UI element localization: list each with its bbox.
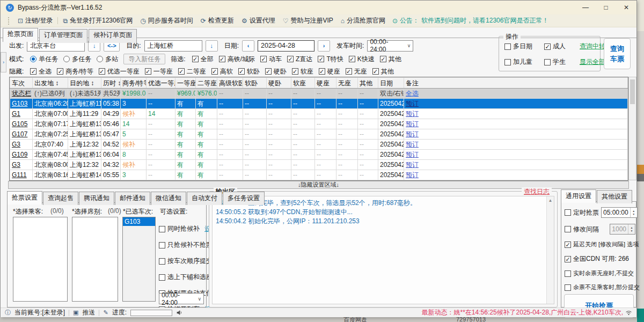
- collapse-panel-button[interactable]: ›: [1, 52, 6, 72]
- checkbox-box[interactable]: ✓: [380, 56, 386, 62]
- checkbox-item[interactable]: 多日期: [504, 42, 544, 51]
- train-number-link[interactable]: G105: [12, 120, 27, 128]
- checkbox-box[interactable]: ✓: [211, 68, 218, 75]
- scrollbar-thumb[interactable]: [630, 79, 635, 104]
- radio-item[interactable]: 多任务: [63, 55, 91, 64]
- toolbar-item[interactable]: ◷同步服务器时间: [136, 16, 196, 25]
- tab-page[interactable]: 其他设置: [597, 190, 632, 203]
- checkbox-box[interactable]: [159, 258, 165, 265]
- checkbox-box[interactable]: ✓: [319, 68, 325, 75]
- checkbox-box[interactable]: ✓: [565, 256, 571, 262]
- spinner-input[interactable]: 05:00:00▲▼: [601, 207, 638, 218]
- selected-train-item[interactable]: G103: [123, 217, 155, 226]
- hide-checkbox[interactable]: ✓全选: [30, 67, 52, 76]
- column-header[interactable]: 其他: [358, 78, 378, 89]
- radio-button[interactable]: [63, 56, 70, 62]
- checkbox-item[interactable]: ✓成人: [544, 42, 580, 51]
- column-header[interactable]: 出发地 ↕: [33, 78, 68, 89]
- tab-active[interactable]: 通用设置: [561, 189, 596, 203]
- hide-checkbox[interactable]: ✓无座: [346, 67, 367, 76]
- output-log[interactable]: 14:51:04.5 查询完毕，查到52个车次，筛选显示52个，用时:687毫秒…: [212, 196, 554, 304]
- toolbar-item[interactable]: ⚙设置代理: [238, 16, 279, 25]
- hide-checkbox[interactable]: ✓一等座: [145, 67, 173, 76]
- search-tickets-button[interactable]: 查询车票: [604, 38, 631, 69]
- table-row[interactable]: G103北京南06:20上海虹桥11:5805:383--有有---------…: [10, 99, 628, 109]
- checkbox-box[interactable]: [504, 59, 511, 65]
- hide-checkbox[interactable]: ✓软座: [292, 67, 313, 76]
- column-header[interactable]: 软卧: [243, 78, 267, 89]
- checkbox-box[interactable]: ✓: [287, 56, 294, 62]
- checkbox-box[interactable]: ✓: [349, 56, 355, 62]
- seat-listbox[interactable]: [72, 217, 118, 302]
- output-scrollbar[interactable]: ▲: [546, 196, 554, 304]
- column-header[interactable]: 备注: [404, 78, 628, 89]
- checkbox-box[interactable]: [565, 270, 571, 277]
- select-all-link[interactable]: 全选: [406, 90, 419, 97]
- radio-item[interactable]: 多站: [97, 55, 118, 64]
- speaker-icon[interactable]: [176, 309, 183, 316]
- tab-page[interactable]: 候补订单页面: [89, 29, 137, 43]
- book-link[interactable]: 预订: [406, 161, 419, 169]
- filter-checkbox[interactable]: ✓K快速: [349, 55, 375, 64]
- train-number-link[interactable]: G1: [12, 110, 20, 118]
- filter-checkbox[interactable]: ✓其他: [380, 55, 401, 64]
- book-link[interactable]: 预订: [406, 171, 419, 179]
- toolbar-item[interactable]: ⊡注销/登录: [14, 16, 56, 25]
- filter-checkbox[interactable]: ✓Z直达: [287, 55, 312, 64]
- push-label[interactable]: 推送: [82, 308, 95, 317]
- book-link[interactable]: 预订: [406, 151, 419, 158]
- checkbox-box[interactable]: [565, 284, 571, 291]
- table-row[interactable]: G3北京07:40上海12:3204:52候补--有有-------------…: [10, 140, 628, 150]
- checkbox-item[interactable]: 加儿童: [504, 57, 544, 67]
- find-log-link[interactable]: 查找日志: [522, 187, 552, 196]
- toolbar-item[interactable]: ♡赞助与注册VIP: [279, 16, 337, 25]
- column-header[interactable]: 优选一等座: [147, 78, 175, 89]
- checkbox-box[interactable]: ✓: [318, 56, 324, 62]
- column-header[interactable]: 硬座: [315, 78, 336, 89]
- toolbar-item[interactable]: ⟳检查更新: [197, 16, 238, 25]
- checkbox-box[interactable]: ✓: [99, 68, 105, 75]
- checkbox-box[interactable]: ✓: [260, 56, 267, 62]
- train-number-link[interactable]: G107: [12, 130, 27, 138]
- checkbox-box[interactable]: [565, 226, 571, 232]
- table-row[interactable]: G107北京南07:25上海虹桥13:1205:475--有有---------…: [10, 129, 628, 140]
- column-header[interactable]: 历时 ↕: [101, 78, 121, 89]
- filter-checkbox[interactable]: ✓高铁/城际: [219, 55, 255, 64]
- column-header[interactable]: 日期: [378, 78, 404, 89]
- radio-button[interactable]: [30, 56, 36, 62]
- hide-checkbox[interactable]: ✓其他: [372, 67, 394, 76]
- checkbox-box[interactable]: ✓: [219, 56, 225, 62]
- hide-checkbox[interactable]: ✓软卧: [238, 67, 260, 76]
- hide-checkbox[interactable]: ✓商务/特等: [57, 67, 93, 76]
- tab-page[interactable]: 自动支付: [187, 192, 222, 205]
- spinner-arrows-icon[interactable]: ▲▼: [628, 224, 635, 234]
- table-row[interactable]: G111北京南08:16上海虹桥14:1105:553--有有---------…: [10, 170, 628, 180]
- checkbox-box[interactable]: ✓: [265, 68, 272, 75]
- train-number-link[interactable]: G109: [12, 151, 27, 158]
- date-input[interactable]: 2025-04-28: [258, 40, 314, 52]
- filter-checkbox[interactable]: ✓全部: [192, 55, 214, 64]
- checkbox-box[interactable]: ✓: [544, 43, 551, 50]
- import-task-button[interactable]: 导入新任务: [123, 54, 165, 64]
- book-link[interactable]: 预订: [406, 110, 419, 118]
- book-link[interactable]: 预订: [406, 141, 419, 148]
- tab-page[interactable]: 腾讯通知: [79, 192, 114, 205]
- depart-time-select[interactable]: 00:00-24:00 ∨: [367, 40, 413, 52]
- table-scrollbar[interactable]: [628, 77, 636, 180]
- table-row[interactable]: G1北京南07:00上海11:2904:29候补14有有------------…: [10, 109, 628, 119]
- tab-page[interactable]: 微信通知: [151, 192, 186, 205]
- close-button[interactable]: ✕: [616, 1, 636, 14]
- checkbox-box[interactable]: [159, 242, 165, 248]
- train-number-link[interactable]: G103: [12, 100, 27, 107]
- radio-item[interactable]: 单任务: [30, 55, 58, 64]
- toolbar-item[interactable]: ⌂分流抢票官网: [337, 16, 389, 25]
- checkbox-box[interactable]: ✓: [238, 68, 245, 75]
- table-row[interactable]: G109北京南07:45上海虹桥13:4906:048--有有---------…: [10, 150, 628, 160]
- column-header[interactable]: 二等座: [196, 78, 217, 89]
- spinner-input[interactable]: 1000▲▼: [610, 224, 635, 235]
- filter-checkbox[interactable]: ✓T特快: [318, 55, 343, 64]
- train-number-link[interactable]: G3: [12, 141, 20, 148]
- column-header[interactable]: 硬卧: [267, 78, 291, 89]
- tab-page[interactable]: 查询起售: [43, 192, 78, 205]
- tab-active[interactable]: 抢票设置: [7, 191, 42, 204]
